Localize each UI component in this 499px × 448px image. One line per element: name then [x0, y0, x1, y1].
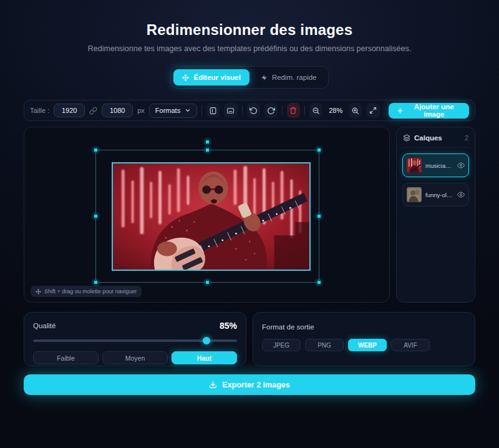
layer-item-musician[interactable]: musician-...: [402, 153, 469, 177]
add-image-label: Ajouter une image: [407, 103, 461, 118]
rotate-ccw-icon: [250, 107, 258, 115]
formats-dropdown-label: Formats: [155, 107, 180, 114]
tab-visual-editor-label: Éditeur visuel: [193, 74, 240, 81]
portrait-icon: [209, 107, 217, 115]
format-option-avif[interactable]: AVIF: [391, 339, 430, 351]
zap-icon: [261, 74, 268, 81]
resize-handle-top-center[interactable]: [205, 148, 210, 152]
rotate-handle[interactable]: [205, 140, 210, 144]
height-input[interactable]: [102, 104, 133, 117]
rotate-cw-button[interactable]: [264, 103, 278, 118]
chevron-down-icon: [185, 107, 191, 114]
zoom-out-button[interactable]: [309, 103, 322, 118]
output-format-panel: Format de sortie JPEG PNG WEBP AVIF: [253, 312, 475, 366]
quality-panel: Qualité 85% Faible Moyen Haut: [24, 312, 246, 366]
workspace: Shift + drag ou molette pour naviguer Ca…: [24, 127, 475, 303]
page-header: Redimensionner des images Redimensionne …: [0, 21, 499, 53]
add-image-button[interactable]: Ajouter une image: [389, 103, 469, 119]
resize-handle-top-right[interactable]: [317, 148, 321, 152]
divider: [304, 105, 305, 115]
delete-button[interactable]: [287, 103, 300, 118]
editor-toolbar: Taille : px Formats: [24, 100, 475, 121]
layers-count: 2: [465, 134, 468, 142]
resize-handle-bottom-left[interactable]: [94, 280, 98, 285]
resize-handle-top-left[interactable]: [94, 148, 98, 152]
layers-title: Calques: [414, 134, 442, 142]
rotate-cw-icon: [267, 107, 275, 115]
zoom-in-icon: [351, 107, 359, 115]
output-format-options: JPEG PNG WEBP AVIF: [262, 339, 466, 351]
tab-quick-resize-label: Redim. rapide: [272, 74, 317, 81]
quality-level-faible[interactable]: Faible: [33, 351, 99, 364]
tabbar-wrap: Éditeur visuel Redim. rapide: [0, 66, 499, 89]
page-title: Redimensionner des images: [0, 21, 499, 39]
unit-label: px: [137, 107, 145, 114]
rotate-ccw-button[interactable]: [247, 103, 260, 118]
zoom-out-icon: [312, 107, 320, 115]
width-input[interactable]: [54, 104, 85, 117]
divider: [242, 105, 243, 115]
move-icon: [36, 289, 41, 295]
divider: [201, 105, 202, 115]
orientation-portrait-button[interactable]: [206, 103, 220, 118]
quality-level-haut[interactable]: Haut: [172, 351, 237, 364]
layer-thumbnail: [407, 158, 422, 173]
plus-icon: [397, 107, 404, 114]
format-option-webp[interactable]: WEBP: [348, 339, 387, 351]
move-icon: [182, 74, 189, 81]
link-dimensions-icon[interactable]: [89, 107, 97, 115]
quality-label: Qualité: [33, 322, 56, 329]
expand-icon: [369, 107, 377, 114]
layers-panel: Calques 2: [396, 127, 475, 303]
tab-visual-editor[interactable]: Éditeur visuel: [173, 69, 249, 85]
canvas-hint-label: Shift + drag ou molette pour naviguer: [44, 288, 137, 295]
export-button[interactable]: Exporter 2 images: [24, 374, 475, 395]
resize-handle-bottom-center[interactable]: [205, 280, 210, 285]
quality-value: 85%: [220, 321, 237, 331]
resize-handle-mid-right[interactable]: [317, 214, 321, 218]
resize-handle-bottom-right[interactable]: [317, 280, 321, 285]
format-option-jpeg[interactable]: JPEG: [262, 339, 301, 351]
format-option-png[interactable]: PNG: [305, 339, 344, 351]
quality-level-moyen[interactable]: Moyen: [102, 351, 168, 364]
editor-canvas[interactable]: Shift + drag ou molette pour naviguer: [24, 127, 390, 303]
layer-thumbnail: [407, 187, 422, 202]
bottom-row: Qualité 85% Faible Moyen Haut Format de …: [24, 312, 475, 366]
size-label: Taille :: [30, 107, 49, 114]
layers-icon: [403, 134, 410, 142]
resize-handle-mid-left[interactable]: [94, 214, 98, 218]
layer-name: funny-old-...: [425, 192, 453, 198]
quality-header: Qualité 85%: [33, 321, 237, 331]
fit-view-button[interactable]: [366, 103, 379, 118]
output-format-label: Format de sortie: [262, 323, 314, 331]
zoom-level: 28%: [327, 107, 344, 114]
page-subtitle: Redimensionne tes images avec des templa…: [0, 44, 499, 53]
page: Redimensionner des images Redimensionne …: [0, 0, 499, 448]
main-content: Taille : px Formats: [0, 100, 499, 395]
download-icon: [209, 381, 217, 389]
canvas-hint: Shift + drag ou molette pour naviguer: [31, 286, 142, 297]
quality-slider-thumb[interactable]: [203, 337, 210, 344]
quality-levels: Faible Moyen Haut: [33, 351, 237, 364]
quality-slider[interactable]: [33, 337, 237, 344]
trash-icon: [289, 107, 297, 114]
tab-quick-resize[interactable]: Redim. rapide: [252, 69, 326, 85]
landscape-icon: [226, 107, 235, 115]
formats-dropdown[interactable]: Formats: [149, 104, 197, 118]
eye-icon[interactable]: [457, 162, 465, 169]
layer-item-funny-old[interactable]: funny-old-...: [402, 183, 469, 207]
orientation-landscape-button[interactable]: [224, 103, 237, 118]
divider: [282, 105, 283, 115]
selected-image-musician[interactable]: [112, 162, 311, 271]
zoom-in-button[interactable]: [349, 103, 362, 118]
eye-icon[interactable]: [457, 191, 465, 198]
layers-header: Calques 2: [402, 133, 469, 148]
mode-tabbar: Éditeur visuel Redim. rapide: [170, 66, 328, 89]
layer-name: musician-...: [425, 162, 453, 169]
export-button-label: Exporter 2 images: [222, 381, 289, 389]
